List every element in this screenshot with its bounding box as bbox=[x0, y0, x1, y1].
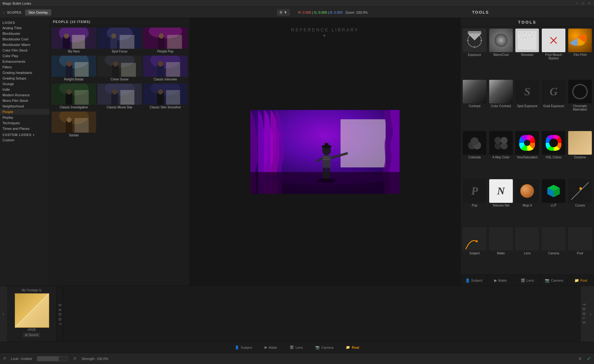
tool-colorcontrast[interactable]: Color Contrast bbox=[488, 79, 514, 130]
sidebar-item-blockbuster[interactable]: Blockbuster bbox=[0, 31, 49, 36]
thumb-classic-investigative[interactable]: Classic Investigative bbox=[52, 84, 96, 110]
thumb-spot-focus[interactable]: Spot Focus bbox=[97, 28, 142, 54]
sidebar-item-blockbusterwarm[interactable]: Blockbuster Warm bbox=[0, 42, 49, 48]
custom-looks-header[interactable]: CUSTOM LOOKS + bbox=[0, 131, 49, 137]
tools-vertical-panel: T O O L S bbox=[580, 286, 587, 342]
tool-spotexposure[interactable]: S Spot Exposure bbox=[515, 79, 540, 130]
tools-panel: TOOLS Exposure bbox=[460, 18, 594, 286]
tools-tab-post[interactable]: 📁 Post bbox=[568, 275, 594, 286]
tool-exposure[interactable]: Exposure bbox=[462, 28, 487, 78]
sidebar-item-grunge[interactable]: Grunge bbox=[0, 81, 49, 87]
tools-tab-camera[interactable]: 📷 Camera bbox=[541, 275, 568, 286]
bottom-tab-post[interactable]: 📁 Post bbox=[340, 345, 365, 349]
sidebar-item-replay[interactable]: Replay bbox=[0, 115, 49, 120]
source-label-text: Source bbox=[29, 333, 39, 337]
tools-grid: Exposure Warm/Cool bbox=[461, 27, 594, 275]
tool-subject-bottom[interactable]: Subject bbox=[462, 226, 487, 273]
tool-colorista[interactable]: Colorista bbox=[462, 130, 487, 177]
tool-label-lut: LUT bbox=[551, 204, 557, 207]
status-bar: ↺ Look: Untitled ⏱ Strength: 100.0% ✕ ✓ bbox=[0, 353, 594, 364]
nav-left-arrow[interactable]: ‹ bbox=[3, 10, 5, 15]
tool-contrast[interactable]: Contrast bbox=[462, 79, 487, 130]
thumb-classic-skin-smoother[interactable]: Classic Skin Smoother bbox=[143, 84, 188, 110]
minimize-btn[interactable]: ─ bbox=[575, 1, 579, 6]
svg-rect-71 bbox=[519, 33, 520, 33]
tool-mojoii[interactable]: Mojo II bbox=[515, 179, 540, 225]
bottom-tab-camera[interactable]: 📷 Camera bbox=[309, 345, 340, 349]
tool-huesaturation[interactable]: Hue/Saturation bbox=[515, 130, 540, 177]
tool-label-post-bottom: Post bbox=[577, 252, 583, 255]
strength-status: Strength: 100.0% bbox=[81, 357, 108, 361]
sidebar-item-filters[interactable]: Filters bbox=[0, 64, 49, 70]
bottom-tab-matte[interactable]: ▶ Matte bbox=[258, 345, 284, 349]
thumb-relight-beldar[interactable]: Relight Beldar bbox=[52, 56, 96, 82]
srgb-label: sRGB bbox=[27, 328, 36, 331]
tool-matte-bottom[interactable]: Matte bbox=[488, 226, 514, 273]
tool-hslcolors[interactable]: HSL Colors bbox=[541, 130, 566, 177]
tool-post-bottom[interactable]: Post bbox=[567, 226, 593, 273]
tools-tab-lens[interactable]: 🎬 Lens bbox=[514, 275, 541, 286]
bottom-right-arrow[interactable]: › bbox=[587, 286, 594, 342]
tool-pop[interactable]: P Pop bbox=[462, 179, 487, 225]
tool-icon-duotone bbox=[568, 131, 592, 155]
tool-icon-curves bbox=[568, 179, 592, 203]
tool-icon-colorista bbox=[463, 131, 486, 155]
tool-camera-bottom[interactable]: Camera bbox=[541, 226, 566, 273]
thumb-suntan[interactable]: Suntan bbox=[52, 111, 96, 138]
sidebar-item-techniques[interactable]: Techniques bbox=[0, 120, 49, 126]
camera-tab-icon: 📷 bbox=[545, 278, 550, 283]
sidebar-item-indie[interactable]: Indie bbox=[0, 87, 49, 92]
tool-chromatic[interactable]: Chromatic Aberration bbox=[567, 79, 593, 130]
tool-telecinenet[interactable]: N Telecine Net bbox=[488, 179, 514, 225]
sidebar-item-enhancements[interactable]: Enhancements bbox=[0, 59, 49, 64]
svg-rect-74 bbox=[527, 34, 528, 35]
skin-overlay-btn[interactable]: Skin Overlay bbox=[25, 9, 51, 16]
tool-renoiser[interactable]: Renoiser bbox=[515, 28, 540, 78]
sidebar-item-gradingheadstarts[interactable]: Grading Headstarts bbox=[0, 70, 49, 75]
source-btn[interactable]: ⊞ Source bbox=[23, 333, 40, 337]
sidebar-item-gradingsetups[interactable]: Grading Setups bbox=[0, 75, 49, 81]
thumb-image-classic-investigative bbox=[52, 84, 96, 105]
tools-vertical-label: T O O L S bbox=[582, 303, 586, 324]
sidebar-item-modernromance[interactable]: Modern Romance bbox=[0, 92, 49, 98]
tool-printbleach[interactable]: Print Bleach Bypass bbox=[541, 28, 566, 78]
sidebar-item-colorplay[interactable]: Color Play bbox=[0, 53, 49, 59]
tool-duotone[interactable]: Duotone bbox=[567, 130, 593, 177]
close-btn[interactable]: × bbox=[587, 1, 592, 6]
sidebar-item-people[interactable]: People bbox=[0, 109, 49, 115]
thumb-image-crime-scene bbox=[97, 56, 142, 77]
sidebar-item-neighborhood[interactable]: Neighborhood bbox=[0, 103, 49, 109]
sidebar-item-custom[interactable]: Custom bbox=[0, 137, 49, 143]
maximize-btn[interactable]: □ bbox=[581, 1, 585, 6]
thumb-my-hero[interactable]: My Hero bbox=[52, 28, 96, 54]
tool-warmcool[interactable]: Warm/Cool bbox=[488, 28, 514, 78]
bottom-left-arrow[interactable]: ‹ bbox=[0, 286, 7, 342]
sidebar-item-blockbustercool[interactable]: Blockbuster Cool bbox=[0, 36, 49, 42]
thumb-classic-movie-star[interactable]: Classic Movie Star bbox=[97, 84, 142, 110]
thumb-people-pop[interactable]: People Pop bbox=[143, 28, 188, 54]
confirm-check-btn[interactable]: ✓ bbox=[587, 356, 591, 362]
sidebar-item-analogtribe[interactable]: Analog Tribe bbox=[0, 25, 49, 31]
tool-curves[interactable]: Curves bbox=[567, 179, 593, 225]
sidebar-item-monofilmstock[interactable]: Mono Film Stock bbox=[0, 98, 49, 103]
thumb-classic-interview[interactable]: Classic Interview bbox=[143, 56, 188, 82]
bottom-tab-subject[interactable]: 👤 Subject bbox=[229, 345, 258, 349]
tool-filmprint[interactable]: Film Print bbox=[567, 28, 593, 78]
bottom-subject-label: Subject bbox=[241, 346, 252, 349]
tools-tab-matte[interactable]: ▶ Matte bbox=[487, 275, 514, 286]
sidebar-item-colorfilmstock[interactable]: Color Film Stock bbox=[0, 48, 49, 53]
tool-lens-bottom[interactable]: Lens bbox=[515, 226, 540, 273]
look-progress-bar[interactable] bbox=[37, 356, 68, 361]
tool-icon-filmprint bbox=[568, 29, 592, 52]
tool-lut[interactable]: LUT bbox=[541, 179, 566, 225]
gear-btn[interactable]: ⚙ ▼ bbox=[277, 9, 290, 16]
tools-tab-subject[interactable]: 👤 Subject bbox=[461, 275, 487, 286]
tool-4waycolor[interactable]: 4-Way Color bbox=[488, 130, 514, 177]
bottom-tab-lens[interactable]: 🎬 Lens bbox=[283, 345, 309, 349]
cancel-x-btn[interactable]: ✕ bbox=[578, 356, 582, 361]
titlebar-controls[interactable]: ─ □ × bbox=[575, 1, 592, 6]
svg-line-100 bbox=[15, 293, 49, 328]
tool-gradexposure[interactable]: G Grad Exposure bbox=[541, 79, 566, 130]
thumb-crime-scene[interactable]: Crime Scene bbox=[97, 56, 142, 82]
sidebar-item-timesandplaces[interactable]: Times and Places bbox=[0, 126, 49, 131]
